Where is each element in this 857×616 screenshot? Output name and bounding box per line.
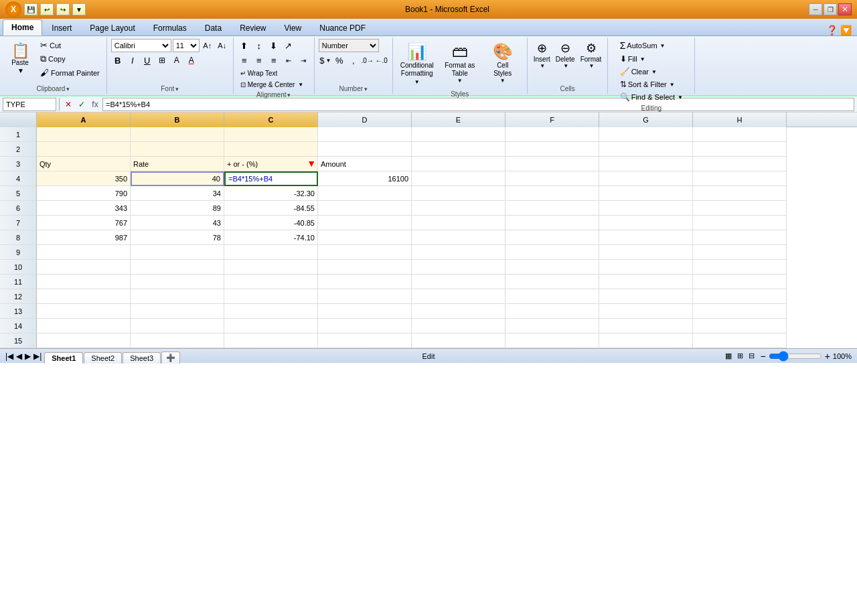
- sheet-nav-next[interactable]: ▶: [25, 352, 31, 361]
- cell-A4[interactable]: 350: [37, 171, 131, 186]
- page-break-view-btn[interactable]: ⊟: [749, 352, 755, 360]
- confirm-formula-btn[interactable]: ✓: [76, 98, 88, 110]
- cell-A14[interactable]: [37, 319, 131, 333]
- save-quick-btn[interactable]: 💾: [24, 3, 37, 15]
- cell-H10[interactable]: [693, 260, 787, 275]
- page-layout-view-btn[interactable]: ⊞: [737, 352, 743, 360]
- cell-B15[interactable]: [131, 333, 224, 348]
- cell-B8[interactable]: 78: [131, 230, 224, 245]
- sheet-tab-sheet2[interactable]: Sheet2: [84, 352, 122, 364]
- cell-G14[interactable]: [599, 319, 693, 333]
- cell-H3[interactable]: [693, 157, 787, 171]
- format-button[interactable]: ⚙ Format ▼: [578, 39, 604, 71]
- cell-G2[interactable]: [599, 142, 693, 157]
- cell-E9[interactable]: [412, 245, 505, 260]
- row-header-3[interactable]: 3: [0, 157, 36, 171]
- cell-D12[interactable]: [318, 289, 412, 304]
- cell-B1[interactable]: [131, 127, 224, 142]
- text-angle-btn[interactable]: ↗: [282, 39, 295, 52]
- cell-F7[interactable]: [505, 216, 599, 230]
- row-header-4[interactable]: 4: [0, 171, 36, 186]
- cell-G1[interactable]: [599, 127, 693, 142]
- cell-F9[interactable]: [505, 245, 599, 260]
- cell-A3[interactable]: Qty: [37, 157, 131, 171]
- cell-A11[interactable]: [37, 275, 131, 289]
- col-header-E[interactable]: E: [412, 112, 505, 127]
- align-right-btn[interactable]: ≡: [267, 54, 281, 67]
- row-header-11[interactable]: 11: [0, 275, 36, 289]
- comma-btn[interactable]: ,: [347, 54, 360, 67]
- cell-C5[interactable]: -32.30: [224, 186, 318, 201]
- clipboard-expand-btn[interactable]: ▾: [66, 86, 70, 92]
- tab-page-layout[interactable]: Page Layout: [81, 20, 143, 35]
- row-header-12[interactable]: 12: [0, 289, 36, 304]
- tab-nuance[interactable]: Nuance PDF: [311, 20, 374, 35]
- cell-C6[interactable]: -84.55: [224, 201, 318, 216]
- cell-E8[interactable]: [412, 230, 505, 245]
- cell-C11[interactable]: [224, 275, 318, 289]
- row-header-14[interactable]: 14: [0, 319, 36, 333]
- cell-A2[interactable]: [37, 142, 131, 157]
- align-left-btn[interactable]: ≡: [238, 54, 251, 67]
- cell-G10[interactable]: [599, 260, 693, 275]
- paste-button[interactable]: 📋 Paste ▼: [4, 39, 36, 79]
- cell-B9[interactable]: [131, 245, 224, 260]
- cell-H8[interactable]: [693, 230, 787, 245]
- cell-C7[interactable]: -40.85: [224, 216, 318, 230]
- cell-G5[interactable]: [599, 186, 693, 201]
- decrease-decimal-btn[interactable]: ←.0: [375, 54, 388, 67]
- cell-E10[interactable]: [412, 260, 505, 275]
- cell-D11[interactable]: [318, 275, 412, 289]
- col-header-B[interactable]: B: [131, 112, 224, 127]
- currency-btn[interactable]: $▼: [319, 54, 332, 67]
- font-color-btn[interactable]: A: [185, 54, 198, 67]
- cell-F6[interactable]: [505, 201, 599, 216]
- sheet-nav-first[interactable]: |◀: [5, 352, 13, 361]
- cell-C10[interactable]: [224, 260, 318, 275]
- close-button[interactable]: ✕: [838, 3, 852, 15]
- tab-formulas[interactable]: Formulas: [145, 20, 196, 35]
- cell-E6[interactable]: [412, 201, 505, 216]
- restore-button[interactable]: ❐: [824, 3, 837, 15]
- row-header-5[interactable]: 5: [0, 186, 36, 201]
- cell-D1[interactable]: [318, 127, 412, 142]
- row-header-13[interactable]: 13: [0, 304, 36, 319]
- cell-C8[interactable]: -74.10: [224, 230, 318, 245]
- cell-E5[interactable]: [412, 186, 505, 201]
- cell-C9[interactable]: [224, 245, 318, 260]
- cell-G12[interactable]: [599, 289, 693, 304]
- format-as-table-button[interactable]: 🗃 Format as Table ▼: [440, 39, 480, 87]
- cell-H4[interactable]: [693, 171, 787, 186]
- cell-B2[interactable]: [131, 142, 224, 157]
- cell-A7[interactable]: 767: [37, 216, 131, 230]
- cell-B7[interactable]: 43: [131, 216, 224, 230]
- tab-data[interactable]: Data: [196, 20, 230, 35]
- font-size-select[interactable]: 11: [173, 39, 200, 52]
- sheet-nav-prev[interactable]: ◀: [16, 352, 22, 361]
- cell-F2[interactable]: [505, 142, 599, 157]
- cell-B13[interactable]: [131, 304, 224, 319]
- format-painter-button[interactable]: 🖌 Format Painter: [37, 66, 102, 79]
- cell-A5[interactable]: 790: [37, 186, 131, 201]
- cell-G9[interactable]: [599, 245, 693, 260]
- font-name-select[interactable]: Calibri: [111, 39, 171, 52]
- increase-font-btn[interactable]: A↑: [201, 39, 214, 52]
- cell-D7[interactable]: [318, 216, 412, 230]
- cell-E14[interactable]: [412, 319, 505, 333]
- cell-A13[interactable]: [37, 304, 131, 319]
- cell-F4[interactable]: [505, 171, 599, 186]
- cell-F3[interactable]: [505, 157, 599, 171]
- cell-F12[interactable]: [505, 289, 599, 304]
- tab-home[interactable]: Home: [3, 19, 42, 35]
- cell-C14[interactable]: [224, 319, 318, 333]
- cell-C2[interactable]: [224, 142, 318, 157]
- cell-D14[interactable]: [318, 319, 412, 333]
- row-header-2[interactable]: 2: [0, 142, 36, 157]
- cell-H7[interactable]: [693, 216, 787, 230]
- cell-C3[interactable]: + or - (%) ▼: [224, 157, 318, 171]
- cancel-formula-btn[interactable]: ✕: [62, 98, 74, 110]
- cell-H6[interactable]: [693, 201, 787, 216]
- indent-increase-btn[interactable]: ⇥: [297, 54, 310, 67]
- cell-E12[interactable]: [412, 289, 505, 304]
- cell-C1[interactable]: [224, 127, 318, 142]
